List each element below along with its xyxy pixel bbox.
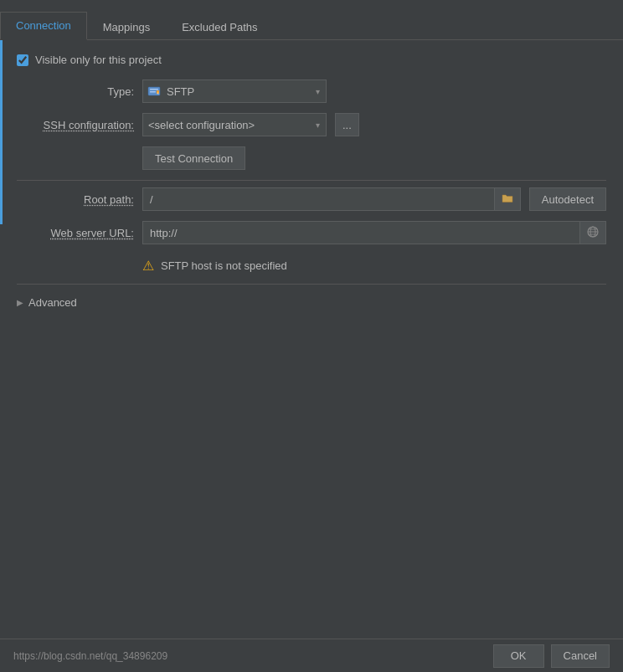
folder-icon: [502, 192, 513, 207]
test-connection-button[interactable]: Test Connection: [142, 146, 245, 170]
warning-text: SFTP host is not specified: [161, 259, 287, 272]
advanced-label: Advanced: [28, 296, 77, 309]
folder-browse-button[interactable]: [494, 187, 521, 211]
warning-icon: ⚠: [142, 258, 154, 274]
divider-2: [17, 284, 606, 285]
ssh-label: SSH configuration:: [17, 119, 134, 131]
test-connection-row: Test Connection: [17, 146, 606, 170]
type-row: Type: S SFTP FTP FTPS WebDAV ▾: [17, 80, 606, 103]
root-path-input[interactable]: [142, 187, 494, 211]
autodetect-button[interactable]: Autodetect: [529, 187, 606, 211]
tab-bar: Connection Mappings Excluded Paths: [0, 0, 623, 40]
chevron-right-icon: ▶: [17, 298, 23, 307]
content-area: Visible only for this project Type: S SF…: [0, 40, 623, 327]
ssh-config-row: SSH configuration: <select configuration…: [17, 113, 606, 136]
warning-row: ⚠ SFTP host is not specified: [17, 254, 606, 277]
url-group: [142, 221, 606, 244]
ssh-select[interactable]: <select configuration>: [142, 113, 327, 136]
visible-only-checkbox[interactable]: [17, 54, 28, 66]
root-path-group: [142, 187, 521, 211]
type-select-wrapper: S SFTP FTP FTPS WebDAV ▾: [142, 80, 327, 103]
ok-button[interactable]: OK: [493, 644, 544, 668]
left-accent: [0, 40, 3, 224]
url-hint: https://blog.csdn.net/qq_34896209: [13, 650, 167, 662]
root-path-row: Root path: Autodetect: [17, 187, 606, 211]
web-server-url-input[interactable]: [142, 221, 579, 244]
globe-icon: [587, 226, 599, 240]
type-select[interactable]: SFTP FTP FTPS WebDAV: [142, 80, 327, 103]
visible-only-label[interactable]: Visible only for this project: [35, 54, 162, 66]
web-server-url-row: Web server URL:: [17, 221, 606, 244]
cancel-button[interactable]: Cancel: [551, 644, 610, 668]
web-server-label: Web server URL:: [17, 227, 134, 239]
tab-excluded-paths[interactable]: Excluded Paths: [166, 13, 273, 40]
ssh-more-button[interactable]: ...: [335, 113, 359, 136]
visible-only-row: Visible only for this project: [17, 54, 606, 66]
globe-button[interactable]: [579, 221, 606, 244]
advanced-section-toggle[interactable]: ▶ Advanced: [17, 291, 606, 314]
type-label: Type:: [17, 85, 134, 98]
divider-1: [17, 180, 606, 181]
tab-mappings[interactable]: Mappings: [87, 13, 166, 40]
root-path-label: Root path:: [17, 193, 134, 206]
bottom-bar: https://blog.csdn.net/qq_34896209 OK Can…: [0, 639, 623, 672]
ssh-select-wrapper: <select configuration> ▾: [142, 113, 327, 136]
tab-connection[interactable]: Connection: [0, 12, 87, 40]
